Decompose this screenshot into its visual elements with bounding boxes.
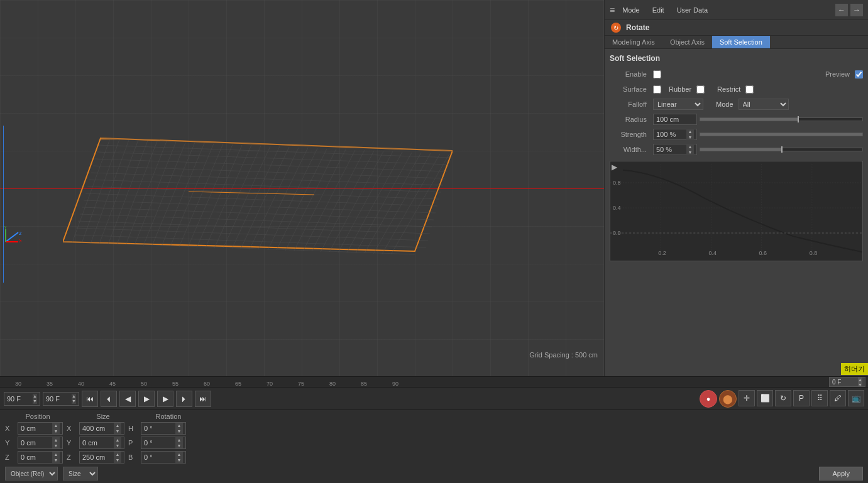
play-button[interactable]: ▶ [138, 391, 155, 407]
play-back-end-button[interactable]: ⏮ [82, 391, 98, 407]
yrot-down[interactable]: ▼ [175, 443, 183, 448]
rotate-tool-button[interactable]: ↻ [775, 390, 791, 406]
radius-slider[interactable] [700, 117, 863, 121]
menu-user-data[interactable]: User Data [674, 5, 711, 15]
ruler-mark-45: 45 [97, 381, 128, 387]
falloff-select[interactable]: Linear Ease In Ease Out Ease Both [653, 99, 703, 110]
size-mode-select[interactable]: Size Scale [63, 467, 98, 480]
xpos-up[interactable]: ▲ [52, 423, 60, 428]
play-forward-end-button[interactable]: ⏭ [195, 391, 211, 407]
rubber-checkbox[interactable] [696, 85, 705, 94]
prev-frame-button[interactable]: ◀ [119, 391, 136, 407]
play-forward-button[interactable]: ⏵ [176, 391, 192, 407]
coord-system-select[interactable]: Object (Rel) World Local [5, 467, 58, 480]
transform-x-row: X 0 cm ▲▼ X 400 cm ▲▼ H 0 ° ▲▼ [5, 422, 863, 435]
x-rot-input[interactable]: 0 ° ▲▼ [141, 422, 186, 435]
lasso-button[interactable]: 🖊 [830, 390, 846, 406]
mode-select[interactable]: All X Y Z [739, 99, 789, 110]
nav-forward-button[interactable]: → [850, 4, 863, 16]
strength-up[interactable]: ▲ [686, 129, 694, 134]
nav-back-button[interactable]: ← [835, 4, 848, 16]
next-frame-button[interactable]: ▶ [157, 391, 173, 407]
graph-expand-button[interactable]: ▶ [612, 163, 617, 171]
z-rot-input[interactable]: 0 ° ▲▼ [141, 451, 186, 464]
record-button[interactable]: ● [700, 390, 717, 408]
width-value[interactable]: 50 % ▲ ▼ [653, 144, 697, 155]
plane-mesh [63, 126, 453, 264]
width-down[interactable]: ▼ [686, 149, 694, 155]
soft-selection-panel: Soft Selection Enable Preview Surface Ru… [605, 49, 868, 376]
svg-line-24 [277, 149, 327, 250]
surface-checkbox[interactable] [653, 85, 661, 94]
graph-y-label-04: 0.4 [613, 205, 621, 211]
zrot-down[interactable]: ▼ [175, 457, 183, 463]
strength-slider[interactable] [700, 133, 863, 136]
scale-tool-button[interactable]: ⬜ [757, 390, 773, 406]
zrot-up[interactable]: ▲ [175, 452, 183, 457]
frame-end-box[interactable]: 90 F ▲ ▼ [43, 392, 79, 406]
graph-x-label-06: 0.6 [759, 250, 767, 256]
xsize-up[interactable]: ▲ [114, 423, 121, 428]
restrict-checkbox[interactable] [745, 85, 754, 94]
svg-line-14 [188, 144, 233, 247]
move-tool-button[interactable]: ✛ [739, 390, 755, 406]
ysize-down[interactable]: ▼ [114, 443, 121, 448]
menu-mode[interactable]: Mode [620, 5, 642, 15]
play-back-button[interactable]: ⏴ [101, 391, 117, 407]
zpos-down[interactable]: ▼ [52, 457, 60, 463]
parking-button[interactable]: P [793, 390, 810, 406]
z-pos-input[interactable]: 0 cm ▲▼ [18, 451, 63, 464]
dots-button[interactable]: ⠿ [811, 390, 828, 406]
svg-line-8 [135, 142, 176, 245]
frame-start-down[interactable]: ▼ [33, 399, 37, 404]
live-button[interactable]: 📺 [848, 390, 864, 406]
ysize-up[interactable]: ▲ [114, 437, 121, 443]
ypos-up[interactable]: ▲ [52, 437, 60, 443]
z-size-input[interactable]: 250 cm ▲▼ [79, 451, 124, 464]
current-frame-display[interactable]: 0 F ▲ ▼ [829, 377, 865, 387]
xrot-up[interactable]: ▲ [175, 423, 183, 428]
ruler-mark-80: 80 [317, 381, 348, 387]
hamburger-icon[interactable]: ≡ [610, 5, 615, 15]
y-rot-input[interactable]: 0 ° ▲▼ [141, 437, 186, 449]
strength-down[interactable]: ▼ [686, 134, 694, 140]
zsize-down[interactable]: ▼ [114, 457, 121, 463]
frame-end-up[interactable]: ▲ [72, 394, 76, 399]
frame-down[interactable]: ▼ [858, 382, 862, 387]
zsize-up[interactable]: ▲ [114, 452, 121, 457]
frame-start-up[interactable]: ▲ [33, 394, 37, 399]
frame-end-down[interactable]: ▼ [72, 399, 76, 404]
svg-line-25 [285, 149, 336, 251]
x-size-input[interactable]: 400 cm ▲▼ [79, 422, 124, 435]
svg-line-18 [223, 146, 270, 248]
radius-value[interactable]: 100 cm [653, 114, 697, 125]
y-pos-input[interactable]: 0 cm ▲▼ [18, 437, 63, 449]
tab-modeling-axis[interactable]: Modeling Axis [605, 36, 662, 48]
zpos-up[interactable]: ▲ [52, 452, 60, 457]
autokey-button[interactable]: ⬤ [719, 390, 737, 408]
svg-line-9 [143, 143, 185, 246]
y-size-input[interactable]: 0 cm ▲▼ [79, 437, 124, 449]
strength-value[interactable]: 100 % ▲ ▼ [653, 129, 697, 140]
viewport[interactable]: X Z Y Grid Spacing : 500 cm [0, 0, 604, 376]
frame-up[interactable]: ▲ [858, 377, 862, 382]
width-up[interactable]: ▲ [686, 144, 694, 149]
preview-checkbox[interactable] [855, 70, 863, 79]
width-slider[interactable] [700, 148, 863, 151]
ruler-mark-35: 35 [34, 381, 65, 387]
apply-button[interactable]: Apply [819, 467, 863, 480]
xrot-down[interactable]: ▼ [175, 428, 183, 434]
svg-line-43 [91, 173, 443, 185]
yrot-up[interactable]: ▲ [175, 437, 183, 443]
enable-checkbox[interactable] [653, 70, 661, 79]
frame-start-box[interactable]: 90 F ▲ ▼ [4, 392, 40, 406]
xsize-down[interactable]: ▼ [114, 428, 121, 434]
tab-object-axis[interactable]: Object Axis [662, 36, 712, 48]
width-label: Width... [610, 146, 651, 153]
menu-edit[interactable]: Edit [650, 5, 667, 15]
svg-line-12 [170, 144, 214, 246]
ypos-down[interactable]: ▼ [52, 443, 60, 448]
xpos-down[interactable]: ▼ [52, 428, 60, 434]
x-pos-input[interactable]: 0 cm ▲▼ [18, 422, 63, 435]
tab-soft-selection[interactable]: Soft Selection [712, 36, 770, 48]
